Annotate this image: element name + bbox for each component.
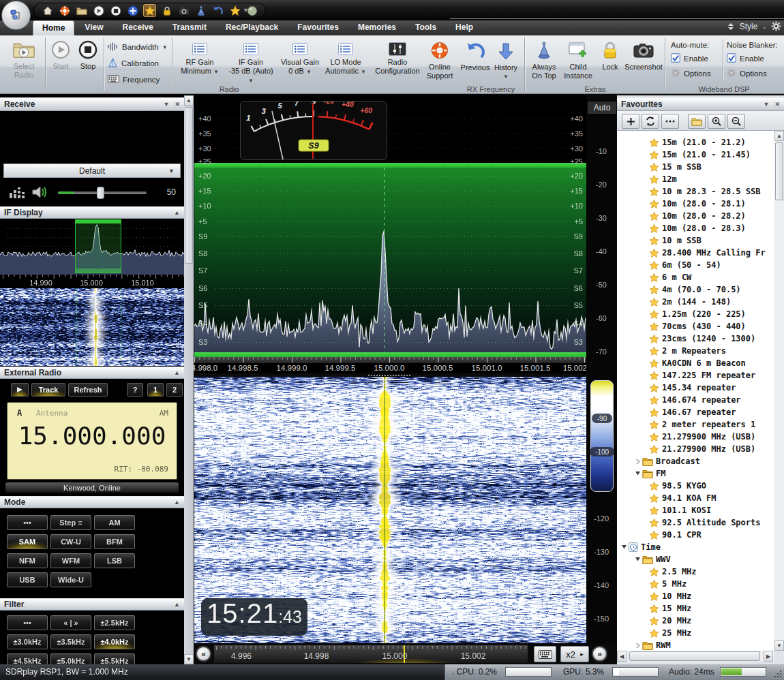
if-display-header[interactable]: IF Display ▲	[0, 206, 184, 219]
start-button[interactable]: Start	[48, 38, 74, 71]
tab-view[interactable]: View	[76, 20, 112, 35]
tab-favourites[interactable]: Favourites	[288, 20, 348, 35]
tree-folder[interactable]: WWV	[634, 553, 671, 566]
tab-home[interactable]: Home	[33, 20, 74, 35]
favourite-item[interactable]: 6m (50 - 54)	[648, 259, 721, 271]
lock-icon[interactable]	[160, 4, 173, 17]
favourite-item[interactable]: 6 m CW	[648, 271, 691, 283]
app-menu-button[interactable]	[1, 1, 31, 30]
qat-overflow-icon[interactable]: ▼	[243, 7, 249, 14]
waterfall-color-slider[interactable]	[590, 380, 614, 492]
noise-blanker-options[interactable]: Options	[727, 68, 780, 79]
favourite-item[interactable]: 101.1 KOSI	[648, 504, 711, 516]
folder-button[interactable]	[688, 114, 706, 129]
scroll-right-button[interactable]: »	[592, 646, 607, 662]
mode-SAM[interactable]: SAM	[7, 534, 48, 549]
panel-close-icon[interactable]: ✕	[175, 101, 180, 108]
panel-close-icon[interactable]: ✕	[774, 101, 780, 108]
filter-[interactable]: •••	[7, 615, 48, 630]
tree-folder[interactable]: RWM	[634, 639, 671, 651]
scrollbar-thumb[interactable]	[775, 142, 783, 200]
favourite-item[interactable]: KA0CDN 6 m Beacon	[648, 357, 746, 369]
undo-icon[interactable]	[211, 4, 224, 17]
favourite-item[interactable]: 2 m Repeaters	[648, 345, 726, 357]
nav-frequency-ruler[interactable]: 4.99614.99815.00015.00215.00	[214, 645, 528, 663]
filter-2.5kHz[interactable]: ±2.5kHz	[94, 615, 135, 630]
cone-icon[interactable]	[194, 4, 207, 17]
star-icon[interactable]	[228, 4, 241, 17]
filter-4.0kHz[interactable]: ±4.0kHz	[94, 634, 135, 649]
scroll-down-icon[interactable]: ▼	[774, 640, 784, 651]
mode-Step[interactable]: Step ≡	[50, 515, 91, 530]
automute-enable[interactable]: Enable	[671, 53, 721, 64]
slider-knob[interactable]	[97, 187, 104, 199]
mode-AM[interactable]: AM	[94, 515, 135, 530]
collapse-icon[interactable]: ▲	[174, 499, 180, 506]
equalizer-icon[interactable]	[10, 186, 27, 198]
filter-5.0kHz[interactable]: ±5.0kHz	[50, 653, 91, 664]
filter-4.5kHz[interactable]: ±4.5kHz	[7, 653, 48, 664]
ext-refresh-button[interactable]: Refresh	[68, 383, 108, 397]
tree-folder[interactable]: FM	[634, 467, 665, 480]
favourite-item[interactable]: 15m (21.0 - 21.45)	[648, 149, 751, 161]
ext-help-button[interactable]: ?	[127, 383, 143, 397]
screenshot-button[interactable]: Screenshot	[623, 39, 664, 72]
favourite-item[interactable]: 15m (21.0 - 21.2)	[648, 136, 746, 149]
favourite-item[interactable]: 146.674 repeater	[648, 394, 741, 406]
favourite-item[interactable]: 2m (144 - 148)	[648, 296, 731, 308]
favourites-hscrollbar[interactable]: ◀ ▶	[617, 651, 774, 662]
bandwidth-button[interactable]: Bandwidth▼	[108, 40, 168, 55]
filter-panel-header[interactable]: Filter ▲	[0, 598, 184, 611]
favourite-item[interactable]: 28.400 MHz Calling Fr	[648, 247, 766, 259]
collapse-icon[interactable]: ▲	[174, 209, 180, 216]
tab-help[interactable]: Help	[447, 20, 482, 35]
radio-configuration-button[interactable]: RadioConfiguration	[370, 41, 425, 76]
favourite-item[interactable]: 10 m 28.3 - 28.5 SSB	[648, 185, 761, 198]
receive-panel-header[interactable]: Receive ▼ ✕	[0, 97, 184, 111]
favourite-item[interactable]: 21.279900 MHz (USB)	[648, 443, 755, 455]
camera-icon[interactable]	[177, 4, 190, 17]
favourite-item[interactable]: 98.5 KYGO	[648, 480, 706, 492]
scrollbar-thumb[interactable]	[629, 651, 760, 661]
filter-5.5kHz[interactable]: ±5.5kHz	[94, 653, 135, 664]
tab-rec-playback[interactable]: Rec/Playback	[217, 20, 287, 35]
previous-button[interactable]: Previous	[459, 40, 491, 72]
expanded-chevron-icon[interactable]	[620, 544, 627, 550]
folder-icon[interactable]	[75, 4, 88, 17]
tree-folder[interactable]: Broadcast	[634, 455, 700, 467]
collapsed-chevron-icon[interactable]	[634, 459, 641, 465]
scroll-left-icon[interactable]: ◀	[617, 651, 627, 662]
scroll-down-icon[interactable]: ▼	[184, 654, 194, 664]
favourite-item[interactable]: 15 MHz	[648, 602, 691, 615]
external-radio-header[interactable]: External Radio ▲	[0, 367, 184, 379]
favourite-item[interactable]: 90.1 CPR	[648, 529, 702, 541]
favourite-item[interactable]: 70cms (430 - 440)	[648, 320, 746, 333]
filter-3.0kHz[interactable]: ±3.0kHz	[7, 634, 48, 649]
favourite-item[interactable]: 10 m SSB	[648, 234, 702, 247]
mode-WFM[interactable]: WFM	[50, 553, 91, 568]
keyboard-button[interactable]	[534, 646, 556, 662]
tab-tools[interactable]: Tools	[406, 20, 445, 35]
expanded-chevron-icon[interactable]	[634, 557, 641, 562]
favourite-item[interactable]: 25 MHz	[648, 627, 691, 639]
scrollbar-thumb[interactable]	[185, 107, 193, 264]
mode-BFM[interactable]: BFM	[94, 534, 135, 549]
automute-options[interactable]: Options	[671, 68, 721, 79]
favourite-item[interactable]: 5 MHz	[648, 578, 687, 590]
if-gain-button[interactable]: IF Gain-35 dB (Auto) ▼	[225, 41, 277, 85]
panel-menu-icon[interactable]: ▼	[164, 101, 170, 108]
if-waterfall[interactable]	[0, 288, 184, 366]
favourite-item[interactable]: 10m (28.0 - 28.1)	[648, 198, 746, 210]
volume-slider[interactable]	[58, 191, 147, 194]
collapse-icon[interactable]: ▲	[174, 369, 180, 376]
scroll-right-icon[interactable]: ▶	[764, 651, 773, 662]
tab-receive[interactable]: Receive	[113, 20, 162, 35]
left-panel-scrollbar[interactable]: ▲ ▼	[184, 95, 194, 664]
favourites-vscrollbar[interactable]: ▲ ▼	[774, 131, 784, 651]
ext-play-button[interactable]	[11, 383, 29, 397]
favourite-item[interactable]: 1.25m (220 - 225)	[648, 308, 746, 320]
mode-WideU[interactable]: Wide-U	[50, 572, 91, 587]
play-icon[interactable]	[92, 4, 105, 17]
noise-blanker-enable[interactable]: Enable	[727, 53, 780, 64]
ext-track-button[interactable]: Track	[31, 383, 65, 397]
